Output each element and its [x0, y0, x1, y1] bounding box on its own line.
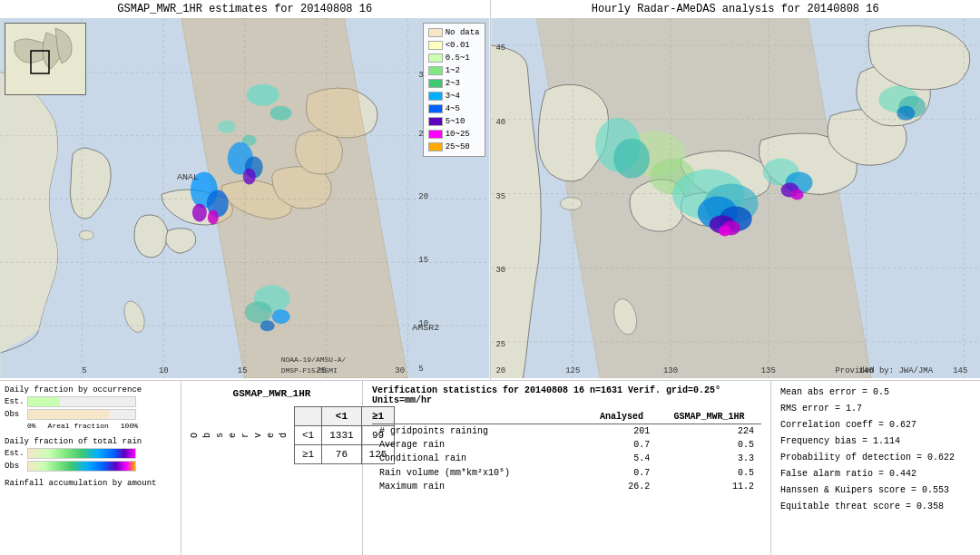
stat-freq-bias: Frequency bias = 1.114 — [780, 434, 971, 448]
obs-vertical-label: Observed — [189, 433, 290, 438]
right-map-canvas: 45 40 35 30 25 125 130 135 140 145 20 Pr… — [491, 18, 981, 378]
legend-item-nodata: No data — [428, 26, 480, 39]
contingency-wrapper: Observed <1 ≥1 <1 1331 99 — [189, 406, 355, 464]
chart-title-3: Rainfall accumulation by amount — [5, 479, 176, 488]
legend-color-10to25 — [428, 130, 443, 139]
legend-item-1to2: 1~2 — [428, 64, 480, 77]
cont-row-label-lt1: <1 — [295, 426, 322, 445]
est-bar-track-2 — [27, 448, 136, 459]
bar-row-est-2: Est. — [5, 448, 176, 459]
inset-svg — [5, 24, 86, 95]
svg-text:DMSP-F15/SSMI: DMSP-F15/SSMI — [281, 366, 338, 375]
verif-analysed-3: 0.7 — [586, 465, 657, 480]
stat-prob-detection: Probability of detection = 0.622 — [780, 451, 971, 464]
bar-chart-rain: Est. Obs — [5, 448, 176, 472]
svg-text:125: 125 — [565, 366, 580, 375]
legend-color-5to10 — [428, 117, 443, 126]
svg-text:5: 5 — [82, 366, 86, 375]
obs-label-1: Obs — [5, 410, 24, 419]
svg-point-20 — [272, 309, 290, 324]
legend-item-lt001: <0.01 — [428, 39, 480, 52]
verif-title: Verification statistics for 20140808 16 … — [372, 385, 761, 405]
left-map-title: GSMAP_MWR_1HR estimates for 20140808 16 — [0, 0, 490, 18]
svg-point-49 — [560, 198, 582, 210]
legend-item-5to10: 5~10 — [428, 115, 480, 128]
maps-section: GSMAP_MWR_1HR estimates for 20140808 16 — [0, 0, 980, 381]
svg-text:145: 145 — [953, 366, 967, 375]
verif-row-2: Conditional rain 5.4 3.3 — [372, 452, 761, 465]
legend-item-3to4: 3~4 — [428, 90, 480, 102]
legend-color-4to5 — [428, 104, 443, 113]
obs-gradient — [28, 462, 135, 471]
stat-correlation: Correlation coeff = 0.627 — [780, 418, 971, 432]
est-label-2: Est. — [5, 449, 24, 458]
obs-bar-track — [27, 409, 136, 420]
cont-v11: 1331 — [322, 426, 361, 445]
stat-mean-abs-error: Mean abs error = 0.5 — [780, 385, 971, 399]
svg-text:20: 20 — [495, 366, 505, 375]
svg-text:25: 25 — [495, 340, 505, 349]
svg-point-61 — [718, 225, 730, 236]
svg-text:Provided by: JWA/JMA: Provided by: JWA/JMA — [835, 366, 933, 375]
est-bar-fill — [28, 397, 60, 406]
svg-text:15: 15 — [238, 366, 248, 375]
left-map-canvas: 30 25 20 15 10 5 5 10 15 25 30 ANAL AMSR… — [0, 18, 490, 378]
obs-bar-fill — [28, 410, 109, 419]
verif-table: Analysed GSMAP_MWR_1HR # gridpoints rain… — [372, 410, 761, 493]
bar-axis-1: 0% Areal fraction 100% — [27, 422, 138, 430]
legend-item-4to5: 4~5 — [428, 102, 480, 115]
verif-row-1: Average rain 0.7 0.5 — [372, 438, 761, 452]
chart-title-2: Daily fraction of total rain — [5, 437, 176, 446]
verif-analysed-1: 0.7 — [586, 438, 657, 452]
verif-col-analysed: Analysed — [586, 410, 657, 424]
svg-point-8 — [270, 106, 292, 121]
svg-text:135: 135 — [760, 366, 775, 375]
contingency-panel: GSMAP_MWR_1HR Observed <1 ≥1 <1 133 — [181, 381, 363, 555]
verif-header-row: Analysed GSMAP_MWR_1HR — [372, 410, 761, 424]
contingency-title: GSMAP_MWR_1HR — [189, 388, 355, 399]
stat-hanssen-kuipers: Hanssen & Kuipers score = 0.553 — [780, 483, 971, 497]
svg-point-68 — [897, 106, 915, 121]
right-map-svg: 45 40 35 30 25 125 130 135 140 145 20 Pr… — [491, 18, 981, 378]
cont-col-lt1: <1 — [322, 407, 361, 426]
verif-row-0: # gridpoints raining 201 224 — [372, 424, 761, 439]
legend-item-05to1: 0.5~1 — [428, 52, 480, 64]
obs-bar-track-2 — [27, 461, 136, 472]
stats-panel: Mean abs error = 0.5 RMS error = 1.7 Cor… — [771, 381, 980, 555]
verif-analysed-4: 26.2 — [586, 480, 657, 493]
obs-side-label: Observed — [189, 406, 290, 464]
svg-text:35: 35 — [495, 192, 505, 201]
legend-color-nodata — [428, 28, 443, 37]
est-label-1: Est. — [5, 397, 24, 406]
inset-map — [5, 23, 86, 95]
cont-row-label-ge1: ≥1 — [295, 445, 322, 464]
verif-analysed-0: 201 — [586, 424, 657, 439]
legend-item-25to50: 25~50 — [428, 141, 480, 153]
verif-label-3: Rain volume (mm*km²x10⁶) — [372, 465, 586, 480]
svg-text:5: 5 — [418, 365, 423, 374]
legend-color-05to1 — [428, 54, 443, 63]
svg-point-19 — [245, 301, 272, 323]
cont-v21: 76 — [322, 445, 361, 464]
svg-point-65 — [790, 190, 803, 200]
verif-label-1: Average rain — [372, 438, 586, 452]
svg-point-54 — [613, 139, 650, 179]
svg-point-13 — [192, 203, 207, 221]
verif-label-0: # gridpoints raining — [372, 424, 586, 439]
svg-text:AMSR2: AMSR2 — [412, 323, 439, 333]
legend-color-1to2 — [428, 66, 443, 75]
verif-col-gsmap: GSMAP_MWR_1HR — [657, 410, 761, 424]
left-map-panel: GSMAP_MWR_1HR estimates for 20140808 16 — [0, 0, 491, 380]
verif-label-4: Maximum rain — [372, 480, 586, 493]
verif-label-2: Conditional rain — [372, 452, 586, 465]
chart-title-1: Daily fraction by occurrence — [5, 385, 176, 394]
legend-item-10to25: 10~25 — [428, 128, 480, 141]
svg-text:30: 30 — [495, 266, 505, 275]
verif-gsmap-2: 3.3 — [657, 452, 761, 465]
svg-point-4 — [79, 230, 93, 239]
svg-text:45: 45 — [495, 44, 505, 53]
legend-color-lt001 — [428, 41, 443, 50]
stat-rms-error: RMS error = 1.7 — [780, 402, 971, 415]
svg-point-14 — [208, 209, 219, 224]
svg-text:ANAL: ANAL — [177, 172, 199, 182]
